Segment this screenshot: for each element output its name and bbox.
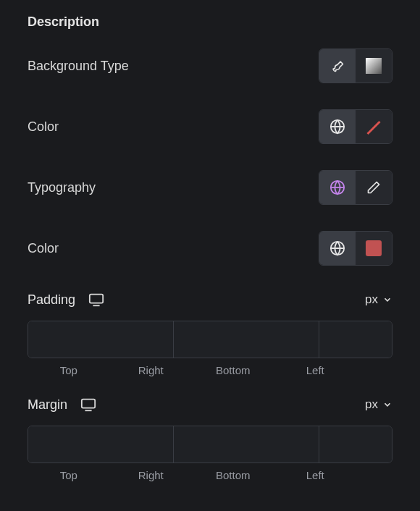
margin-right-input[interactable] [174, 426, 319, 463]
padding-left-label: Left [274, 364, 357, 376]
background-type-toggle [319, 48, 392, 83]
section-title: Description [28, 14, 392, 30]
responsive-button[interactable] [88, 292, 104, 308]
gradient-icon [366, 58, 382, 74]
row-typography: Typography [28, 170, 392, 205]
margin-top-label: Top [28, 469, 110, 481]
margin-unit-select[interactable]: px [365, 397, 392, 412]
padding-bottom-input[interactable] [319, 321, 392, 358]
chevron-down-icon [382, 295, 392, 305]
padding-unit-value: px [365, 292, 378, 307]
typography-global-button[interactable] [319, 171, 356, 204]
chevron-down-icon [382, 400, 392, 410]
color-2-picker-button[interactable] [356, 232, 392, 265]
color-2-global-button[interactable] [319, 232, 356, 265]
globe-icon [329, 240, 345, 256]
bg-type-classic-button[interactable] [319, 49, 356, 83]
padding-right-input[interactable] [174, 321, 319, 358]
pencil-icon [366, 180, 381, 195]
margin-bottom-label: Bottom [192, 469, 274, 481]
no-color-icon [364, 117, 384, 137]
margin-right-label: Right [110, 469, 193, 481]
margin-unit-value: px [365, 397, 378, 412]
margin-header: Margin px [28, 397, 392, 413]
label-color-1: Color [28, 119, 59, 135]
brush-icon [330, 59, 345, 73]
svg-rect-8 [82, 400, 95, 408]
label-color-2: Color [28, 241, 59, 256]
color-swatch-icon [366, 240, 382, 256]
padding-unit-select[interactable]: px [365, 292, 392, 307]
row-color-1: Color [28, 109, 392, 144]
bg-type-gradient-button[interactable] [356, 49, 392, 83]
typography-control [319, 170, 392, 205]
color-2-control [319, 231, 392, 266]
svg-rect-6 [90, 295, 103, 303]
margin-top-input[interactable] [28, 426, 174, 463]
globe-icon [329, 180, 345, 195]
padding-top-label: Top [28, 364, 110, 376]
label-background-type: Background Type [28, 59, 129, 74]
padding-bottom-label: Bottom [192, 364, 274, 376]
padding-header: Padding px [28, 292, 392, 308]
row-background-type: Background Type [28, 48, 392, 83]
label-margin: Margin [28, 397, 67, 413]
color-1-picker-button[interactable] [356, 110, 392, 143]
margin-left-label: Left [274, 469, 357, 481]
margin-inputs [28, 426, 392, 463]
label-typography: Typography [28, 180, 96, 195]
color-1-control [319, 109, 392, 144]
padding-right-label: Right [110, 364, 193, 376]
margin-side-labels: Top Right Bottom Left [28, 469, 392, 481]
padding-top-input[interactable] [28, 321, 174, 358]
desktop-icon [80, 397, 96, 413]
padding-side-labels: Top Right Bottom Left [28, 364, 392, 376]
globe-icon [329, 119, 345, 135]
desktop-icon [88, 292, 104, 308]
row-color-2: Color [28, 231, 392, 266]
padding-inputs [28, 321, 392, 358]
responsive-button[interactable] [80, 397, 96, 413]
typography-edit-button[interactable] [356, 171, 392, 204]
margin-bottom-input[interactable] [319, 426, 392, 463]
label-padding: Padding [28, 292, 75, 308]
color-1-global-button[interactable] [319, 110, 356, 143]
